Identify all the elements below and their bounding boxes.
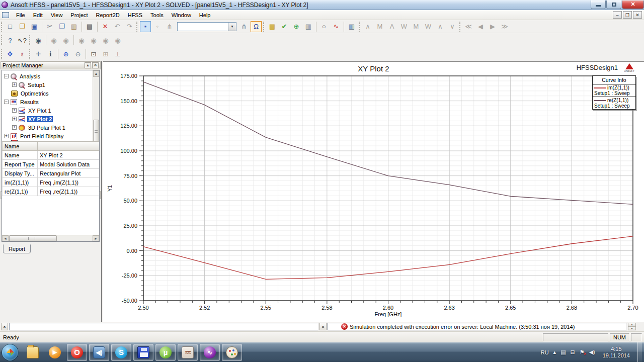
zoom-in-icon[interactable]: ⊕ <box>60 49 71 60</box>
chevron-down-icon[interactable]: ▼ <box>228 23 236 31</box>
menu-view[interactable]: View <box>47 11 67 19</box>
zoom-results-icon[interactable]: ○ <box>318 21 330 32</box>
mdi-minimize-button[interactable]: – <box>613 11 622 19</box>
edit-notes-icon[interactable]: ▥ <box>303 21 314 32</box>
paste-icon[interactable]: ▥ <box>68 21 79 32</box>
fit-window-icon[interactable]: ⊡ <box>88 49 99 60</box>
tree-item-port-field-display[interactable]: +Port Field Display <box>2 132 99 140</box>
model-tree-icon[interactable]: ⋔ <box>238 21 250 32</box>
property-row[interactable]: Display Ty...Rectangular Plot <box>3 169 100 178</box>
delete-icon[interactable]: ✕ <box>100 21 111 32</box>
solve-omega-icon[interactable]: Ω <box>251 21 262 32</box>
menu-hfss[interactable]: HFSS <box>124 11 146 19</box>
taskbar-app-explorer[interactable] <box>23 344 43 361</box>
close-message-pane-icon[interactable]: x <box>319 323 327 330</box>
solution-select-combo[interactable]: ▼ <box>177 22 236 31</box>
property-row[interactable]: im(Z(1,1))Freq ,im(Z(1,1)) <box>3 178 100 187</box>
menu-window[interactable]: Window <box>168 11 195 19</box>
taskbar-app-ansoft-hfss[interactable]: ∿ <box>200 344 220 361</box>
orbit-view-icon[interactable]: ♁ <box>17 49 28 60</box>
toolbar-grip[interactable] <box>1 49 3 59</box>
mdi-restore-button[interactable]: ❐ <box>623 11 632 19</box>
tree-item-analysis[interactable]: −Analysis <box>2 72 99 80</box>
copy-report-icon[interactable]: ▥ <box>346 21 357 32</box>
menu-help[interactable]: Help <box>195 11 215 19</box>
tree-item-results[interactable]: −Results <box>2 98 99 106</box>
tree-item-xy-plot-2[interactable]: +XY Plot 2 <box>2 115 99 123</box>
menu-report2d[interactable]: Report2D <box>92 11 124 19</box>
maximize-button[interactable] <box>606 1 621 9</box>
tree-item-3d-polar-plot-1[interactable]: +3D Polar Plot 1 <box>2 123 99 132</box>
copy-icon[interactable]: ❐ <box>56 21 67 32</box>
new-file-icon[interactable]: □ <box>5 21 16 32</box>
tray-action-center-icon[interactable]: ⚑ <box>580 349 585 355</box>
start-button[interactable] <box>2 344 19 361</box>
toolbar-grip[interactable] <box>359 22 361 32</box>
close-panel-icon[interactable]: ✕ <box>92 62 99 68</box>
close-button[interactable]: ✕ <box>622 1 644 9</box>
pan-icon[interactable]: ✛ <box>33 49 44 60</box>
legend-entry-im-z-1-1[interactable]: im(Z(1,1))Setup1 : Sweep <box>593 84 635 97</box>
toolbar-grip[interactable] <box>1 22 3 32</box>
collapse-icon[interactable]: − <box>4 100 9 104</box>
xy-plot-canvas[interactable]: 2.502.522.552.582.602.632.652.682.70175.… <box>103 62 644 323</box>
context-help-icon[interactable]: ↖? <box>17 35 28 46</box>
collapse-icon[interactable]: − <box>4 74 9 78</box>
show-desktop-button[interactable] <box>637 342 642 362</box>
properties-horizontal-scrollbar[interactable]: ◄ ► <box>2 235 99 241</box>
message-log-icon[interactable]: ▤ <box>267 21 278 32</box>
close-progress-pane-icon[interactable]: x <box>1 323 8 330</box>
taskbar-app-utorrent[interactable]: µ <box>155 344 176 361</box>
help-topics-icon[interactable]: ? <box>5 35 16 46</box>
open-file-icon[interactable]: ❐ <box>17 21 28 32</box>
language-indicator[interactable]: RU <box>541 349 549 355</box>
project-manager-header[interactable]: Project Manager ▴ ✕ <box>1 61 101 69</box>
scroll-right-icon[interactable]: ► <box>93 235 99 241</box>
taskbar-app-opera[interactable]: O <box>67 344 87 361</box>
menu-edit[interactable]: Edit <box>29 11 47 19</box>
clock[interactable]: 4:15 19.11.2014 <box>603 346 630 359</box>
scroll-left-icon[interactable]: ◄ <box>2 235 9 241</box>
legend-entry-re-z-1-1[interactable]: re(Z(1,1))Setup1 : Sweep <box>593 97 635 109</box>
taskbar-app-skype[interactable]: S <box>111 344 131 361</box>
taskbar-app-volume-mixer[interactable]: ◀) <box>89 344 109 361</box>
property-row[interactable]: NameXY Plot 2 <box>3 151 100 160</box>
validate-icon[interactable]: ✔ <box>279 21 290 32</box>
property-row[interactable]: re(Z(1,1))Freq ,re(Z(1,1)) <box>3 187 100 196</box>
menu-file[interactable]: File <box>12 11 29 19</box>
taskbar-app-paint[interactable] <box>222 344 242 361</box>
taskbar-app-save-tool[interactable] <box>133 344 153 361</box>
cut-icon[interactable]: ✂ <box>44 21 55 32</box>
toolbar-grip[interactable] <box>1 35 3 45</box>
taskbar-app-media-player[interactable]: ▶ <box>45 344 65 361</box>
minimize-button[interactable] <box>591 1 606 9</box>
message-spinner[interactable]: ▲▼ <box>628 323 636 330</box>
axes-view-icon[interactable]: ⊥ <box>112 49 123 60</box>
save-file-icon[interactable]: ▣ <box>29 21 40 32</box>
analyze-all-icon[interactable]: ⊕ <box>291 21 302 32</box>
expand-icon[interactable]: + <box>12 125 17 130</box>
taskbar-app-cables-app[interactable]: ≈≈ <box>178 344 198 361</box>
tray-expand-icon[interactable]: ▴ <box>553 349 556 355</box>
expand-icon[interactable]: + <box>12 82 17 87</box>
rotate-info-icon[interactable]: ℹ <box>45 49 56 60</box>
tray-volume-icon[interactable]: ◀) <box>589 349 595 355</box>
scroll-up-icon[interactable]: ▲ <box>93 70 99 77</box>
zoom-out-icon[interactable]: ⊖ <box>72 49 84 60</box>
tree-item-optimetrics[interactable]: Optimetrics <box>2 89 99 98</box>
select-object-icon[interactable]: ▪ <box>140 21 151 32</box>
toolbar-grip[interactable] <box>29 49 31 59</box>
tree-item-setup1[interactable]: +Setup1 <box>2 80 99 89</box>
mdi-close-button[interactable]: ✕ <box>633 11 642 19</box>
menu-tools[interactable]: Tools <box>146 11 168 19</box>
toolbar-grip[interactable] <box>136 22 138 32</box>
tree-item-xy-plot-1[interactable]: +XY Plot 1 <box>2 106 99 115</box>
expand-icon[interactable]: + <box>12 117 17 121</box>
toolbar-grip[interactable] <box>459 22 461 32</box>
curve-info-legend[interactable]: Curve Info im(Z(1,1))Setup1 : Sweepre(Z(… <box>592 75 636 110</box>
tray-update-icon[interactable]: ▤ <box>560 349 566 355</box>
show-visibility-icon[interactable]: ◉ <box>33 35 44 46</box>
tab-report[interactable]: Report <box>3 244 31 253</box>
toolbar-grip[interactable] <box>29 35 31 45</box>
print-icon[interactable]: ▤ <box>84 21 95 32</box>
